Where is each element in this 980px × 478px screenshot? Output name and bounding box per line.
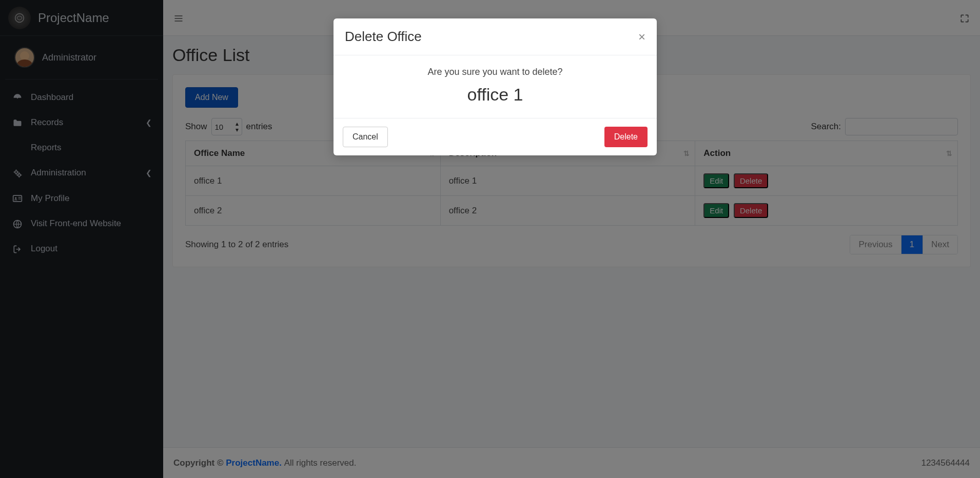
modal-confirm-text: Are you sure you want to delete? — [345, 67, 645, 77]
modal-title: Delete Office — [345, 29, 422, 45]
delete-modal: Delete Office × Are you sure you want to… — [334, 18, 657, 155]
close-icon[interactable]: × — [638, 31, 645, 43]
confirm-delete-button[interactable]: Delete — [604, 127, 648, 147]
modal-footer: Cancel Delete — [334, 118, 657, 155]
cancel-button[interactable]: Cancel — [343, 127, 388, 147]
modal-header: Delete Office × — [334, 18, 657, 55]
modal-body: Are you sure you want to delete? office … — [334, 55, 657, 118]
modal-target-name: office 1 — [345, 85, 645, 105]
